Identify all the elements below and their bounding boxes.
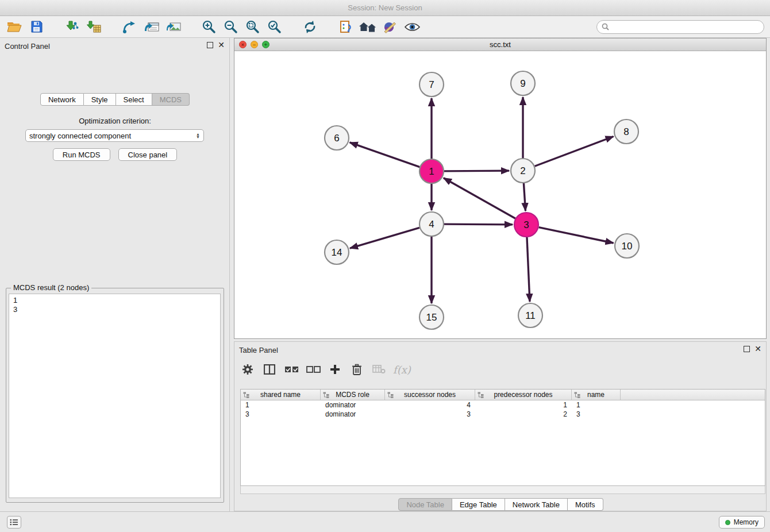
table-tab-edge-table[interactable]: Edge Table [452,498,505,511]
table-cell[interactable]: 1 [475,401,572,409]
tab-select[interactable]: Select [116,93,152,106]
search-input[interactable] [612,23,759,31]
column-view-icon[interactable] [262,361,277,377]
table-cell[interactable]: 3 [241,410,321,418]
main-toolbar [0,16,770,38]
search-icon [602,23,609,30]
function-builder-icon: f(x) [393,361,411,377]
table-cell[interactable]: 1 [241,401,321,409]
table-manager-icon[interactable] [143,18,160,36]
status-bar: Memory [0,511,770,532]
export-image-icon[interactable] [164,18,182,36]
add-row-icon[interactable] [328,361,342,377]
network-window-titlebar[interactable]: × − + scc.txt [234,38,766,51]
zoom-in-icon[interactable] [200,18,217,36]
mcds-result-text[interactable]: 1 3 [9,294,221,498]
node-label-8: 8 [623,126,629,137]
zoom-window-icon[interactable]: + [262,41,270,48]
node-label-3: 3 [523,219,529,230]
zoom-fit-icon[interactable] [244,18,261,36]
memory-button[interactable]: Memory [719,516,765,529]
table-cell[interactable]: dominator [321,401,385,409]
network-graph: 7968124314101511 [234,51,766,338]
node-label-4: 4 [429,219,434,230]
column-header-shared-name[interactable]: shared name [241,390,321,400]
close-window-icon[interactable]: × [239,41,247,48]
close-panel-button[interactable]: Close panel [118,148,178,161]
table-tab-motifs[interactable]: Motifs [568,498,603,511]
table-cell[interactable]: 2 [475,410,572,418]
run-mcds-button[interactable]: Run MCDS [53,148,110,161]
table-row[interactable]: 1dominator411 [241,400,765,410]
float-table-panel-icon[interactable] [744,346,750,352]
network-manager-icon[interactable] [121,18,138,36]
table-horizontal-scrollbar[interactable] [240,486,765,494]
node-label-2: 2 [520,165,525,176]
show-panels-list-icon[interactable] [7,516,21,529]
table-cell[interactable]: dominator [321,410,385,418]
trash-icon[interactable] [349,361,364,377]
table-cell[interactable]: 3 [572,410,621,418]
copy-style-icon[interactable] [337,18,354,36]
home-networks-icon[interactable] [359,18,377,36]
save-session-icon[interactable] [28,18,45,36]
table-tab-network-table[interactable]: Network Table [505,498,568,511]
network-view-window: × − + scc.txt 7968124314101511 [234,38,767,339]
table-panel-header: Table Panel ✕ [234,342,766,358]
column-header-mcds-role[interactable]: MCDS role [321,390,385,400]
window-titlebar[interactable]: Session: New Session [0,0,770,16]
table-header-row: shared nameMCDS rolesuccessor nodesprede… [241,390,765,400]
table-panel-tabs: Node TableEdge TableNetwork TableMotifs [234,498,767,511]
tab-mcds[interactable]: MCDS [152,93,190,106]
table-cell[interactable]: 3 [385,410,475,418]
control-panel-header: Control Panel ✕ [0,38,229,54]
mcds-result-groupbox: MCDS result (2 nodes) 1 3 [6,288,224,503]
node-label-14: 14 [332,247,342,258]
edge-2-to-3[interactable] [523,183,525,211]
table-tab-node-table[interactable]: Node Table [398,498,452,511]
edge-1-to-6[interactable] [350,142,420,167]
table-toolbar: f(x) [240,359,418,380]
import-table-icon[interactable] [85,18,102,36]
apply-style-icon[interactable] [382,18,399,36]
edge-3-to-11[interactable] [527,237,530,302]
table-cell[interactable]: 4 [385,401,475,409]
zoom-selected-icon[interactable] [265,18,283,36]
delete-table-icon [371,361,386,377]
edge-3-to-10[interactable] [539,228,614,243]
column-header-predecessor-nodes[interactable]: predecessor nodes [475,390,572,400]
open-file-icon[interactable] [6,18,23,36]
column-header-name[interactable]: name [572,390,621,400]
show-graphics-details-icon[interactable] [403,18,421,36]
criterion-dropdown-value: strongly connected component [29,132,196,140]
select-none-icon[interactable] [306,361,321,377]
search-box[interactable] [596,20,764,34]
edge-2-to-8[interactable] [535,136,614,166]
window-title: Session: New Session [348,3,422,12]
zoom-out-icon[interactable] [222,18,239,36]
close-table-panel-icon[interactable]: ✕ [754,345,761,352]
edge-4-to-14[interactable] [350,228,419,248]
column-header-successor-nodes[interactable]: successor nodes [385,390,475,400]
criterion-dropdown[interactable]: strongly connected component ▲▼ [25,129,204,142]
import-network-icon[interactable] [63,18,80,36]
table-row[interactable]: 3dominator323 [241,410,765,419]
tab-network[interactable]: Network [40,93,84,106]
network-canvas[interactable]: 7968124314101511 [234,51,766,338]
column-header-filler [621,390,765,400]
minimize-window-icon[interactable]: − [251,41,258,48]
dropdown-chevrons-icon: ▲▼ [196,133,200,138]
float-panel-icon[interactable] [207,42,213,48]
table-cell[interactable]: 1 [572,401,621,409]
refresh-icon[interactable] [301,18,318,36]
edge-1-to-2[interactable] [444,171,509,171]
edge-4-to-3[interactable] [444,224,513,225]
node-table: shared nameMCDS rolesuccessor nodesprede… [240,389,765,486]
close-panel-icon[interactable]: ✕ [218,41,225,48]
edge-3-to-1[interactable] [444,178,515,218]
select-all-icon[interactable] [284,361,299,377]
gear-icon[interactable] [240,361,255,377]
tab-style[interactable]: Style [84,93,116,106]
node-label-7: 7 [429,79,434,90]
column-header-label: predecessor nodes [494,391,552,399]
